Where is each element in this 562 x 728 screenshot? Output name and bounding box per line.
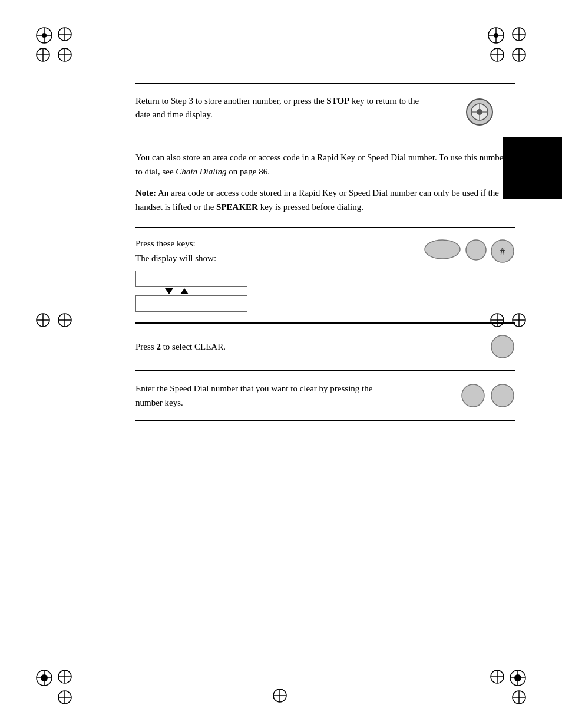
svg-text:#: #: [500, 246, 505, 256]
return-text-part1: Return to Step 3 to store another number…: [135, 96, 326, 106]
svg-point-41: [41, 674, 48, 681]
info-text2: on page 86.: [227, 167, 270, 176]
display-box-top: [135, 271, 247, 287]
display-box-bottom: [135, 295, 247, 312]
info-note: Note: An area code or access code stored…: [135, 186, 515, 214]
svg-point-10: [494, 33, 498, 38]
display-boxes: [135, 271, 397, 312]
info-para1: You can also store an area code or acces…: [135, 150, 515, 179]
reg-mark-bl2: [57, 690, 72, 707]
chain-dialing-italic: Chain Dialing: [176, 167, 226, 176]
display-will-show-label: The display will show:: [135, 253, 397, 263]
section-return-step3: Return to Step 3 to store another number…: [135, 83, 515, 137]
bottom-rule: [135, 420, 515, 421]
reg-mark-br-inner: [509, 669, 527, 689]
speaker-bold: SPEAKER: [216, 202, 258, 212]
svg-point-70: [491, 335, 514, 358]
reg-mark-tr-outer: [487, 27, 505, 47]
reg-mark-tl2-outer: [35, 47, 51, 65]
arrow-up-icon: [180, 288, 189, 294]
reg-mark-tr2-inner: [511, 47, 527, 65]
press-clear-text: Press 2 to select CLEAR.: [135, 340, 397, 354]
black-square-decoration: [503, 137, 562, 199]
svg-point-66: [425, 240, 460, 259]
circle-key-icon: [465, 239, 487, 261]
reg-mark-tl-inner: [57, 27, 72, 44]
svg-point-3: [42, 33, 47, 38]
stop-bold: STOP: [326, 96, 349, 106]
reg-mark-ml-inner: [57, 312, 72, 330]
display-section-left: Press these keys: The display will show:: [135, 239, 397, 312]
circle-button-2-icon: [490, 334, 515, 359]
reg-mark-br-outer: [490, 669, 505, 687]
arrow-down-icon: [165, 288, 173, 294]
oval-key-icon: [424, 239, 462, 260]
section-press-clear: Press 2 to select CLEAR.: [135, 322, 515, 370]
clear-key-icon: [397, 334, 515, 359]
press-text-after: to select CLEAR.: [161, 342, 226, 351]
reg-mark-ml-outer: [35, 312, 51, 330]
reg-mark-bl-outer: [35, 669, 53, 689]
hash-key-icon: #: [490, 239, 515, 263]
reg-mark-br2: [511, 690, 527, 707]
stop-key-icon: [444, 94, 515, 127]
main-content: Return to Step 3 to store another number…: [135, 83, 515, 421]
reg-mark-tr-inner: [511, 27, 527, 44]
svg-point-72: [491, 384, 514, 407]
press-keys-label: Press these keys:: [135, 239, 397, 249]
svg-point-54: [514, 674, 521, 681]
page: Return to Step 3 to store another number…: [0, 0, 562, 728]
circle-button-3b-icon: [490, 383, 515, 408]
stop-button-svg: [465, 97, 494, 127]
reg-mark-tl-outer: [35, 27, 53, 47]
reg-mark-tl2-inner: [57, 47, 72, 65]
info-block: You can also store an area code or acces…: [135, 137, 515, 227]
section-enter-speed-dial: Enter the Speed Dial number that you wan…: [135, 370, 515, 420]
note-label: Note:: [135, 188, 156, 197]
section-return-text: Return to Step 3 to store another number…: [135, 94, 444, 121]
enter-speed-text: Enter the Speed Dial number that you wan…: [135, 381, 397, 410]
circle-button-3a-icon: [461, 383, 485, 408]
note-text2: key is pressed before dialing.: [258, 202, 363, 212]
keys-icons: #: [397, 239, 515, 263]
svg-point-65: [477, 109, 482, 115]
reg-mark-bl-inner: [57, 669, 72, 687]
svg-point-67: [466, 240, 486, 260]
enter-speed-icons: [397, 383, 515, 408]
number-2-bold: 2: [156, 342, 161, 351]
press-text-before: Press: [135, 342, 156, 351]
arrows-row: [135, 287, 397, 295]
svg-point-71: [462, 384, 484, 407]
reg-mark-bc: [272, 688, 287, 706]
section-display: Press these keys: The display will show:: [135, 227, 515, 322]
reg-mark-tr2-outer: [490, 47, 505, 65]
